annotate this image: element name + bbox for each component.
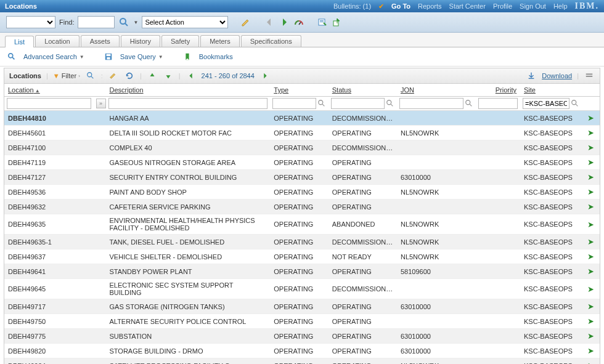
table-row[interactable]: DBEH44810HANGAR AAOPERATINGDECOMMISSIONE… <box>4 111 600 126</box>
route-icon[interactable]: ➤ <box>587 128 594 137</box>
filter-type-input[interactable] <box>272 98 316 109</box>
col-header-description[interactable]: Description <box>106 84 271 97</box>
table-row[interactable]: DBEH49775SUBSTATIONOPERATINGOPERATING630… <box>4 329 600 344</box>
col-header-priority[interactable]: Priority <box>476 84 520 97</box>
table-settings-icon[interactable] <box>584 70 595 81</box>
find-input[interactable] <box>78 16 115 28</box>
bulletins-link[interactable]: Bulletins: (1) <box>333 2 371 10</box>
table-row[interactable]: DBEH49641STANDBY POWER PLANTOPERATINGOPE… <box>4 264 600 279</box>
route-icon[interactable]: ➤ <box>587 302 594 311</box>
tab-list[interactable]: List <box>5 36 34 47</box>
tab-specifications[interactable]: Specifications <box>241 35 301 47</box>
export-icon[interactable] <box>332 17 343 28</box>
table-row[interactable]: DBEH47127SECURITY ENTRY CONTROL BUILDING… <box>4 170 600 185</box>
route-icon[interactable]: ➤ <box>587 252 594 261</box>
table-row[interactable]: DBEH49635-1TANK, DIESEL FUEL - DEMOLISHE… <box>4 235 600 249</box>
filter-type-lookup-icon[interactable] <box>317 99 326 108</box>
filter-description-input[interactable] <box>108 98 268 109</box>
tab-history[interactable]: History <box>121 35 160 47</box>
route-icon[interactable]: ➤ <box>587 220 594 229</box>
table-header-row: Location Description Type Status JON Pri… <box>4 84 600 97</box>
advanced-search-link[interactable]: Advanced Search ▼ <box>23 53 84 60</box>
filter-status-lookup-icon[interactable] <box>386 99 394 108</box>
table-row[interactable]: DBEH47119GASEOUS NITROGEN STORAGE AREAOP… <box>4 155 600 170</box>
route-icon[interactable]: ➤ <box>587 187 594 196</box>
table-row[interactable]: DBEH49717GAS STORAGE (NITROGEN TANKS)OPE… <box>4 299 600 314</box>
route-icon[interactable]: ➤ <box>587 113 594 123</box>
gauge-icon[interactable] <box>293 17 304 28</box>
table-row[interactable]: DBEH49635ENVIRONMENTAL HEALTH/HEALTH PHY… <box>4 214 600 235</box>
route-icon[interactable]: ➤ <box>587 237 594 246</box>
download-link[interactable]: Download <box>542 72 572 79</box>
cell-type: OPERATING <box>270 358 328 365</box>
advanced-search-icon[interactable] <box>6 51 17 62</box>
filter-site-lookup-icon[interactable] <box>571 99 579 108</box>
table-row[interactable]: DBEH49820STORAGE BUILDING - DRMOOPERATIN… <box>4 344 600 358</box>
tab-location[interactable]: Location <box>35 35 80 47</box>
find-dropdown-icon[interactable]: ▼ <box>133 20 138 25</box>
route-icon[interactable]: ➤ <box>587 346 594 355</box>
col-header-status[interactable]: Status <box>329 84 397 97</box>
col-header-location[interactable]: Location <box>4 84 106 97</box>
col-header-site[interactable]: Site <box>520 84 582 97</box>
filter-location-input[interactable] <box>7 98 91 109</box>
route-icon[interactable]: ➤ <box>587 267 594 276</box>
cell-type: OPERATING <box>270 344 328 358</box>
save-query-icon[interactable] <box>103 51 114 62</box>
report-icon[interactable] <box>317 17 328 28</box>
find-search-icon[interactable] <box>118 17 129 28</box>
page-next-icon[interactable] <box>259 70 271 81</box>
filter-jon-input[interactable] <box>399 98 463 109</box>
cell-location: DBEH44810 <box>4 111 106 126</box>
route-icon[interactable]: ➤ <box>587 285 594 294</box>
table-row[interactable]: DBEH45601DELTA III SOLID ROCKET MOTOR FA… <box>4 126 600 140</box>
filter-priority-input[interactable] <box>478 98 518 109</box>
table-row[interactable]: DBEH49632CAFETERIA SERVICE PARKINGOPERAT… <box>4 200 600 214</box>
sign-out-link[interactable]: Sign Out <box>520 2 546 10</box>
route-icon[interactable]: ➤ <box>587 172 594 182</box>
table-row[interactable]: DBEH49645ELECTRONIC SEC SYSTEM SUPPORT B… <box>4 279 600 299</box>
edit-icon[interactable] <box>240 17 251 28</box>
tab-assets[interactable]: Assets <box>81 35 120 47</box>
help-link[interactable]: Help <box>553 2 568 10</box>
filter-status-input[interactable] <box>331 98 385 109</box>
page-prev-icon[interactable] <box>186 70 197 81</box>
filter-toggle[interactable]: ▼ Filter › <box>53 72 80 79</box>
table-row[interactable]: DBEH49536PAINT AND BODY SHOPOPERATINGOPE… <box>4 185 600 200</box>
download-icon[interactable] <box>526 70 537 81</box>
table-search-icon[interactable] <box>85 70 96 81</box>
sort-up-icon[interactable] <box>147 70 158 81</box>
svg-line-8 <box>12 57 15 60</box>
nav-forward-icon[interactable] <box>279 17 290 28</box>
route-icon[interactable]: ➤ <box>587 158 594 167</box>
col-header-type[interactable]: Type <box>270 84 328 97</box>
route-icon[interactable]: ➤ <box>587 143 594 152</box>
table-row[interactable]: DBEH47100COMPLEX 40OPERATINGDECOMMISSION… <box>4 140 600 155</box>
goto-link[interactable]: Go To <box>391 2 410 10</box>
nav-back-icon[interactable] <box>264 17 275 28</box>
clear-filter-icon[interactable] <box>108 70 119 81</box>
col-header-jon[interactable]: JON <box>397 84 476 97</box>
sort-down-icon[interactable] <box>163 70 174 81</box>
refresh-icon[interactable] <box>124 70 135 81</box>
profile-link[interactable]: Profile <box>493 2 512 10</box>
tab-safety[interactable]: Safety <box>161 35 199 47</box>
filter-location-lookup-icon[interactable]: » <box>96 99 106 108</box>
tab-meters[interactable]: Meters <box>200 35 240 47</box>
route-icon[interactable]: ➤ <box>587 317 594 326</box>
route-icon[interactable]: ➤ <box>587 202 594 211</box>
route-icon[interactable]: ➤ <box>587 331 594 341</box>
cell-location: DBEH49536 <box>4 185 106 200</box>
table-row[interactable]: DBEH49904SATELLITE PROCESSING FACILITY C… <box>4 358 600 365</box>
query-select[interactable] <box>6 16 55 28</box>
filter-jon-lookup-icon[interactable] <box>465 99 473 108</box>
save-query-link[interactable]: Save Query ▼ <box>120 53 163 60</box>
reports-link[interactable]: Reports <box>418 2 442 10</box>
filter-site-input[interactable] <box>523 98 569 109</box>
table-row[interactable]: DBEH49750ALTERNATE SECURITY POLICE CONTR… <box>4 314 600 329</box>
bookmarks-link[interactable]: Bookmarks <box>199 53 233 60</box>
select-action-dropdown[interactable]: Select Action <box>142 16 228 28</box>
route-icon[interactable]: ➤ <box>587 361 594 364</box>
start-center-link[interactable]: Start Center <box>449 2 486 10</box>
table-row[interactable]: DBEH49637VEHICLE SHELTER - DEMOLISHEDOPE… <box>4 249 600 264</box>
